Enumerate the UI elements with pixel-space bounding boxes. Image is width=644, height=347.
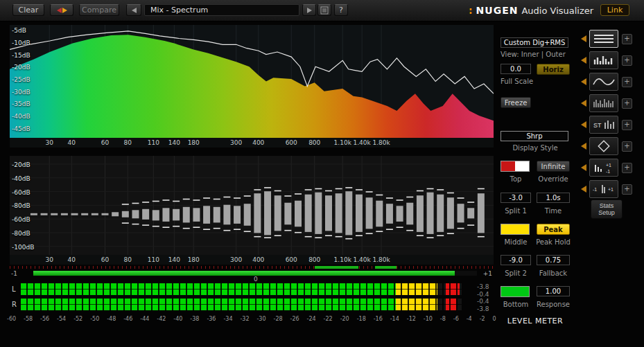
meter-scale-label: -36 — [207, 316, 216, 322]
channel-label: L — [10, 285, 21, 293]
add-view-button[interactable]: + — [622, 55, 632, 66]
meter-scale-label: -6 — [453, 316, 459, 322]
visualizer-window: Clear Compare Mix - Spectrum ? : NUGEN A… — [0, 0, 644, 347]
meter-scale-label: -14 — [390, 316, 399, 322]
meter-scale-label: -34 — [223, 316, 232, 322]
meter-scale-label: -22 — [324, 316, 333, 322]
preset-name-field[interactable]: Mix - Spectrum — [144, 4, 299, 16]
meter-mid-line — [21, 289, 462, 290]
freq-tick-label: 1.80k — [372, 256, 390, 263]
control-panel: Custom Dig+RMS View: Inner | Outer 0.0 H… — [496, 25, 574, 327]
meter-channel-row: R — [10, 298, 494, 311]
peak-hold-label: Peak Hold — [532, 238, 574, 246]
split1-field[interactable]: -3.0 — [501, 193, 531, 203]
meter-scale-label: -12 — [407, 316, 416, 322]
peak-hold-button[interactable]: Peak — [537, 224, 570, 235]
stats-setup-button[interactable]: Stats Setup — [591, 199, 623, 219]
freq-tick-label: 600 — [286, 139, 297, 146]
view-mode-label[interactable]: View: Inner | Outer — [501, 51, 574, 58]
waveform-icon — [591, 75, 616, 89]
bottom-color-swatch[interactable] — [501, 286, 530, 297]
time-field[interactable]: 1.0s — [537, 193, 570, 203]
add-view-button[interactable]: + — [622, 34, 632, 44]
add-view-button[interactable]: + — [622, 98, 632, 109]
meter-scale-label: -32 — [240, 316, 249, 322]
freq-tick-label: 300 — [230, 139, 242, 146]
slide-arrow-icon[interactable] — [581, 100, 586, 107]
play-button[interactable] — [302, 4, 316, 16]
level-meter-scale: -60-58-56-54-52-50-48-46-44-42-40-38-36-… — [7, 316, 496, 322]
rack-item-split-meter[interactable]: +1-1 — [589, 159, 618, 177]
level-meter-title: LEVEL METER — [496, 317, 574, 326]
slide-arrow-icon[interactable] — [581, 164, 586, 171]
meter-scale-label: -10 — [424, 316, 433, 322]
red-left-arrow-icon — [57, 8, 62, 13]
split2-field[interactable]: -9.0 — [501, 255, 531, 265]
top-swatch-right — [515, 161, 529, 171]
fallback-field[interactable]: 0.75 — [537, 255, 570, 265]
rack-item-spectrogram[interactable] — [589, 94, 618, 112]
top-color-swatch[interactable] — [501, 161, 530, 172]
rack-item-histogram[interactable] — [589, 51, 618, 69]
add-view-button[interactable]: + — [622, 184, 632, 195]
override-label: Override — [532, 175, 574, 183]
rack-item-waveform[interactable] — [589, 73, 618, 91]
help-button[interactable]: ? — [334, 4, 348, 16]
freq-tick-label: 40 — [68, 139, 76, 146]
freq-tick-label: 180 — [188, 256, 200, 263]
freq-tick-label: 110 — [148, 256, 159, 263]
add-view-button[interactable]: + — [622, 77, 632, 87]
response-field[interactable]: 1.00 — [537, 286, 570, 296]
freq-tick-label: 80 — [124, 256, 132, 263]
compare-button[interactable]: Compare — [79, 4, 119, 16]
correlation-meter: -1 0 +1 — [10, 270, 494, 281]
link-button[interactable]: Link — [600, 4, 629, 16]
slide-arrow-icon[interactable] — [581, 186, 586, 193]
clear-button[interactable]: Clear — [12, 4, 44, 16]
line-graph-icon — [591, 32, 616, 46]
response-label: Response — [532, 301, 574, 308]
meter-scale-label: -40 — [173, 316, 182, 322]
meter-scale-label: -24 — [307, 316, 316, 322]
meter-scale-label: 0 — [493, 316, 496, 322]
meter-scale-label: -60 — [7, 316, 16, 322]
slide-arrow-icon[interactable] — [581, 57, 586, 64]
display-style-select[interactable]: Shrp — [501, 131, 568, 141]
freeze-button[interactable]: Freeze — [501, 97, 531, 108]
rack-item-stereo-bars[interactable]: ST — [589, 116, 618, 134]
add-view-button[interactable]: + — [622, 120, 632, 130]
freq-tick-label: 1.40k — [354, 139, 371, 146]
add-view-button[interactable]: + — [622, 163, 632, 173]
list-icon — [320, 6, 329, 15]
horiz-button[interactable]: Horiz — [537, 64, 570, 75]
mode-select[interactable]: Custom Dig+RMS — [501, 37, 568, 48]
top-swatch-left — [501, 161, 515, 171]
brand-logo: : NUGEN Audio Visualizer — [469, 3, 593, 17]
chevron-left-icon — [132, 8, 137, 13]
slide-arrow-icon[interactable] — [581, 35, 586, 42]
meter-scale-label: -54 — [57, 316, 66, 322]
svg-text:+1: +1 — [608, 187, 613, 192]
rack-item-line-graph[interactable] — [589, 30, 618, 48]
freq-tick-label: 300 — [230, 256, 242, 263]
freq-tick-label: 800 — [308, 256, 320, 263]
freq-tick-label: 1.10k — [334, 139, 351, 146]
slide-arrow-icon[interactable] — [581, 121, 586, 128]
ab-compare-arrows-button[interactable] — [50, 4, 73, 16]
rack-item-pan-meter[interactable]: -1+1 — [589, 180, 618, 198]
full-scale-field[interactable]: 0.0 — [501, 64, 531, 74]
slide-arrow-icon[interactable] — [581, 143, 586, 150]
correlation-fill — [33, 271, 455, 276]
svg-text:-1: -1 — [606, 169, 610, 174]
previous-preset-button[interactable] — [126, 4, 141, 16]
correlation-max-label: +1 — [483, 270, 492, 277]
split-meter-icon: +1-1 — [591, 161, 616, 175]
rack-item-vectorscope[interactable] — [589, 137, 618, 155]
slide-arrow-icon[interactable] — [581, 78, 586, 85]
histogram-frequency-axis: 304060801101401803004006008001.10k1.40k1… — [10, 255, 494, 265]
preset-list-button[interactable] — [317, 4, 331, 16]
meter-scale-label: -52 — [73, 316, 82, 322]
middle-color-swatch[interactable] — [501, 224, 530, 235]
override-button[interactable]: Infinite — [537, 161, 570, 172]
add-view-button[interactable]: + — [622, 141, 632, 152]
